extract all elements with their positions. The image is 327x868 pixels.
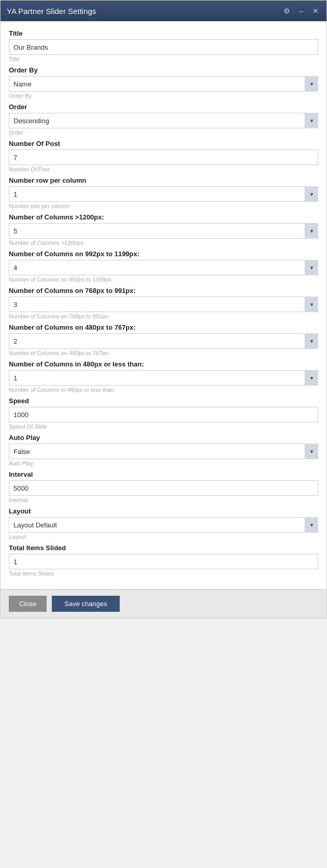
speed-input[interactable] [9,407,318,422]
titlebar-controls: ⚙ – ✕ [282,6,320,16]
total-items-slided-hint: Total Items Slided [9,570,318,577]
row-per-column-select-wrapper: 1 2 3 4 ▼ [9,186,318,202]
columns-768-991-group: Number of Columns on 768px to 991px: 123… [9,287,318,319]
columns-480-767-label: Number of Columns on 480px to 767px: [9,323,318,331]
close-window-icon[interactable]: ✕ [311,6,320,16]
title-hint: Title [9,56,318,62]
order-by-select-wrapper: Name Date ID ▼ [9,76,318,92]
columns-1200-select[interactable]: 123456 [9,223,318,239]
interval-input[interactable] [9,480,318,496]
columns-768-991-select-wrapper: 123456 ▼ [9,297,318,312]
columns-768-991-label: Number of Columns on 768px to 991px: [9,287,318,295]
columns-992-1199-select[interactable]: 123456 [9,260,318,275]
number-of-post-group: Number Of Post Number Of Post [9,140,318,172]
titlebar: YA Partner Slider Settings ⚙ – ✕ [1,1,326,21]
columns-1200-label: Number of Columns >1200px: [9,213,318,221]
order-by-group: Order By Name Date ID ▼ Order By [9,66,318,99]
columns-480-less-hint: Number of Columns in 480px or less than: [9,387,318,393]
footer: Close Save changes [1,589,326,618]
order-by-hint: Order By [9,93,318,99]
row-per-column-select[interactable]: 1 2 3 4 [9,186,318,202]
columns-480-767-select-wrapper: 123456 ▼ [9,333,318,349]
total-items-slided-input[interactable] [9,554,318,569]
layout-label: Layout [9,507,318,515]
speed-hint: Speed Of Slide [9,423,318,430]
settings-window: YA Partner Slider Settings ⚙ – ✕ Title T… [0,0,327,619]
row-per-column-hint: Number row per column [9,203,318,209]
auto-play-label: Auto Play [9,434,318,442]
order-group: Order Descending Ascending ▼ Order [9,103,318,136]
settings-content: Title Title Order By Name Date ID ▼ Orde… [1,21,326,589]
columns-992-1199-group: Number of Columns on 992px to 1199px: 12… [9,250,318,283]
columns-480-less-label: Number of Columns in 480px or less than: [9,360,318,368]
layout-hint: Layout [9,534,318,540]
auto-play-group: Auto Play FalseTrue ▼ Auto Play [9,434,318,466]
columns-1200-select-wrapper: 123456 ▼ [9,223,318,239]
number-of-post-label: Number Of Post [9,140,318,148]
columns-992-1199-select-wrapper: 123456 ▼ [9,260,318,275]
columns-1200-hint: Number of Columns >1200px: [9,240,318,246]
auto-play-select[interactable]: FalseTrue [9,444,318,459]
interval-label: Interval [9,470,318,478]
total-items-slided-label: Total Items Slided [9,544,318,552]
layout-group: Layout Layout DefaultLayout 1Layout 2 ▼ … [9,507,318,540]
number-of-post-input[interactable] [9,150,318,165]
columns-480-767-hint: Number of Columns on 480px to 767px: [9,350,318,356]
interval-group: Interval Interval [9,470,318,503]
close-button[interactable]: Close [9,596,47,612]
title-input[interactable] [9,39,318,55]
order-hint: Order [9,129,318,136]
row-per-column-label: Number row per column [9,176,318,184]
window-title: YA Partner Slider Settings [7,7,96,16]
layout-select-wrapper: Layout DefaultLayout 1Layout 2 ▼ [9,517,318,533]
columns-768-991-hint: Number of Columns on 768px to 991px: [9,313,318,319]
speed-label: Speed [9,397,318,405]
gear-icon[interactable]: ⚙ [282,6,291,16]
columns-992-1199-hint: Number of Columns on 992px to 1199px: [9,276,318,283]
minimize-icon[interactable]: – [296,6,306,16]
order-by-label: Order By [9,66,318,74]
columns-768-991-select[interactable]: 123456 [9,297,318,312]
auto-play-select-wrapper: FalseTrue ▼ [9,444,318,459]
auto-play-hint: Auto Play [9,460,318,466]
columns-1200-group: Number of Columns >1200px: 123456 ▼ Numb… [9,213,318,246]
columns-480-less-select-wrapper: 1234 ▼ [9,370,318,386]
columns-480-767-select[interactable]: 123456 [9,333,318,349]
layout-select[interactable]: Layout DefaultLayout 1Layout 2 [9,517,318,533]
order-by-select[interactable]: Name Date ID [9,76,318,92]
interval-hint: Interval [9,497,318,503]
order-label: Order [9,103,318,111]
order-select[interactable]: Descending Ascending [9,113,318,128]
columns-480-less-group: Number of Columns in 480px or less than:… [9,360,318,393]
total-items-slided-group: Total Items Slided Total Items Slided [9,544,318,577]
save-button[interactable]: Save changes [52,596,119,612]
row-per-column-group: Number row per column 1 2 3 4 ▼ Number r… [9,176,318,209]
number-of-post-hint: Number Of Post [9,166,318,172]
columns-480-less-select[interactable]: 1234 [9,370,318,386]
title-group: Title Title [9,30,318,62]
title-label: Title [9,30,318,37]
columns-992-1199-label: Number of Columns on 992px to 1199px: [9,250,318,258]
speed-group: Speed Speed Of Slide [9,397,318,430]
order-select-wrapper: Descending Ascending ▼ [9,113,318,128]
columns-480-767-group: Number of Columns on 480px to 767px: 123… [9,323,318,356]
